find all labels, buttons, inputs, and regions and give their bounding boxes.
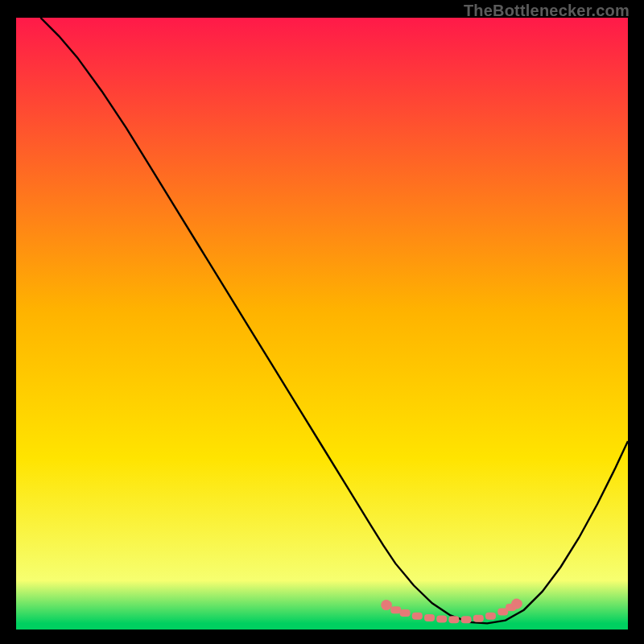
- marker-dot: [485, 613, 496, 620]
- marker-dot: [390, 606, 401, 613]
- plot-area: [16, 18, 628, 630]
- watermark-text: TheBottlenecker.com: [464, 2, 630, 20]
- gradient-background: [16, 18, 628, 630]
- chart-svg: [16, 18, 628, 630]
- marker-dot: [473, 615, 484, 622]
- marker-dot: [436, 616, 447, 623]
- chart-frame: TheBottlenecker.com: [0, 0, 644, 644]
- marker-end: [511, 599, 522, 609]
- marker-dot: [412, 613, 423, 620]
- marker-dot: [461, 616, 472, 623]
- marker-dot: [424, 614, 435, 621]
- marker-end: [381, 600, 391, 610]
- marker-dot: [448, 616, 459, 623]
- marker-dot: [400, 609, 411, 617]
